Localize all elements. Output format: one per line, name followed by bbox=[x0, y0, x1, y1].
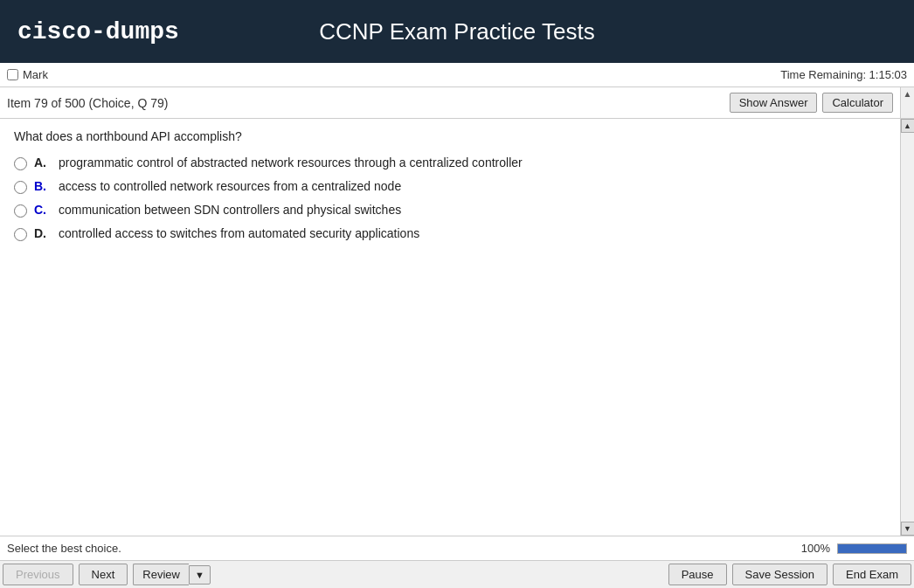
review-dropdown-arrow[interactable]: ▼ bbox=[189, 565, 211, 585]
mark-checkbox[interactable] bbox=[7, 69, 18, 80]
answer-option-d: D.controlled access to switches from aut… bbox=[14, 226, 886, 241]
option-letter: D. bbox=[34, 226, 52, 240]
save-session-button[interactable]: Save Session bbox=[732, 564, 828, 585]
mark-text: Mark bbox=[23, 68, 48, 81]
side-scrollbar: ▲ ▼ bbox=[900, 119, 914, 536]
mark-bar: Mark Time Remaining: 1:15:03 bbox=[0, 63, 914, 87]
header: cisco-dumps CCNP Exam Practice Tests bbox=[0, 0, 914, 63]
progress-pct: 100% bbox=[801, 542, 830, 555]
logo: cisco-dumps bbox=[17, 18, 179, 45]
mark-label: Mark bbox=[7, 68, 48, 81]
item-bar-wrapper: Item 79 of 500 (Choice, Q 79) Show Answe… bbox=[0, 87, 914, 119]
option-letter: C. bbox=[34, 203, 52, 217]
progress-area: 100% bbox=[801, 542, 907, 555]
item-info: Item 79 of 500 (Choice, Q 79) bbox=[7, 96, 168, 110]
answer-option-a: A.programmatic control of abstracted net… bbox=[14, 156, 886, 170]
radio-option-a[interactable] bbox=[14, 157, 27, 170]
calculator-button[interactable]: Calculator bbox=[822, 93, 893, 113]
scroll-up-arrow[interactable]: ▲ bbox=[900, 87, 914, 118]
option-text: programmatic control of abstracted netwo… bbox=[59, 156, 523, 169]
item-bar-buttons: Show Answer Calculator bbox=[730, 93, 893, 113]
header-title: CCNP Exam Practice Tests bbox=[319, 18, 594, 45]
answer-options: A.programmatic control of abstracted net… bbox=[14, 156, 886, 241]
pause-button[interactable]: Pause bbox=[668, 564, 727, 585]
show-answer-button[interactable]: Show Answer bbox=[730, 93, 818, 113]
content-area: What does a northbound API accomplish? A… bbox=[0, 119, 900, 536]
item-bar: Item 79 of 500 (Choice, Q 79) Show Answe… bbox=[0, 87, 900, 118]
status-bar: Select the best choice. 100% bbox=[0, 536, 914, 560]
progress-bar-track bbox=[837, 543, 907, 554]
answer-option-b: B.access to controlled network resources… bbox=[14, 179, 886, 194]
option-letter: B. bbox=[34, 179, 52, 193]
option-text: access to controlled network resources f… bbox=[59, 179, 401, 193]
time-remaining: Time Remaining: 1:15:03 bbox=[780, 68, 907, 81]
answer-option-c: C.communication between SDN controllers … bbox=[14, 203, 886, 218]
previous-button[interactable]: Previous bbox=[3, 564, 73, 585]
next-button[interactable]: Next bbox=[79, 564, 128, 585]
review-button[interactable]: Review bbox=[133, 564, 189, 585]
footer-right: Pause Save Session End Exam bbox=[666, 561, 914, 588]
option-text: controlled access to switches from autom… bbox=[59, 226, 419, 240]
progress-bar-fill bbox=[838, 544, 906, 553]
radio-option-c[interactable] bbox=[14, 204, 27, 218]
scroll-down-icon[interactable]: ▼ bbox=[901, 522, 915, 536]
question-text: What does a northbound API accomplish? bbox=[14, 129, 886, 143]
status-text: Select the best choice. bbox=[7, 542, 121, 555]
footer-bar: Previous Next Review ▼ Pause Save Sessio… bbox=[0, 560, 914, 588]
scroll-up-icon[interactable]: ▲ bbox=[901, 119, 915, 133]
radio-option-b[interactable] bbox=[14, 181, 27, 194]
content-wrapper: What does a northbound API accomplish? A… bbox=[0, 119, 914, 536]
end-exam-button[interactable]: End Exam bbox=[833, 564, 911, 585]
scroll-track bbox=[901, 133, 914, 522]
review-button-wrapper: Review ▼ bbox=[133, 564, 211, 585]
option-text: communication between SDN controllers an… bbox=[59, 203, 401, 217]
option-letter: A. bbox=[34, 156, 52, 169]
radio-option-d[interactable] bbox=[14, 228, 27, 241]
footer-left: Previous Next Review ▼ bbox=[0, 561, 213, 588]
